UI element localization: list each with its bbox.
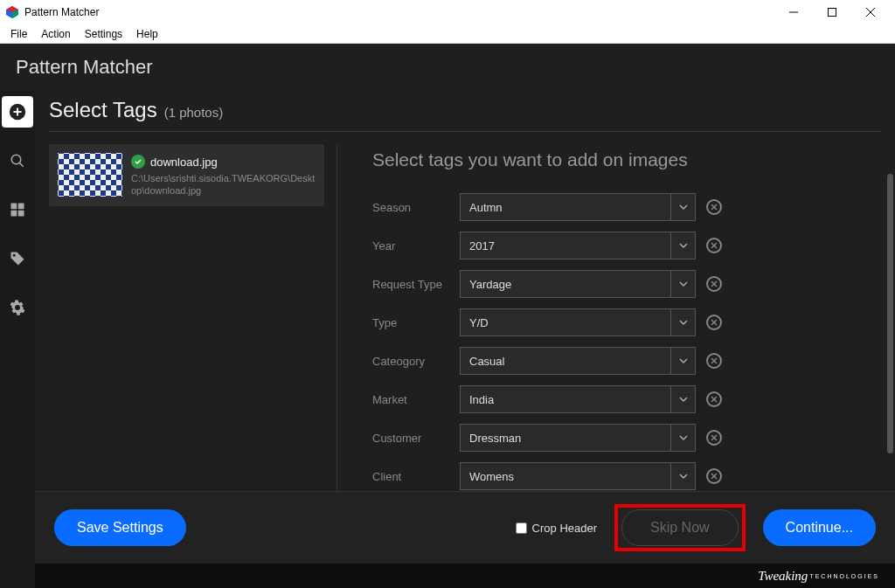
close-window-button[interactable] [851,0,890,24]
crop-header-input[interactable] [516,522,527,534]
chevron-down-icon[interactable] [671,347,696,375]
field-label: Market [372,393,460,406]
chevron-down-icon[interactable] [671,385,696,413]
app-title: Pattern Matcher [16,56,879,79]
field-label: Client [372,470,460,483]
file-path: C:\Users\srishti.sisodia.TWEAKORG\Deskto… [131,172,316,197]
menu-action[interactable]: Action [34,26,77,42]
highlight-box: Skip Now [614,504,746,551]
select-market[interactable]: India [460,385,671,413]
brand-name: Tweaking [758,569,808,584]
gear-icon [10,300,25,315]
svg-point-16 [13,254,16,257]
field-label: Year [372,239,460,252]
clear-icon[interactable] [706,391,722,407]
svg-rect-15 [18,211,24,217]
brand-sub: TECHNOLOGIES [809,573,879,579]
footer-bar: Save Settings Crop Header Skip Now Conti… [35,491,895,564]
sidebar-search-button[interactable] [2,145,33,176]
select-year[interactable]: 2017 [460,232,671,259]
form-row: MarketIndia [372,385,860,413]
minimize-button[interactable] [774,0,813,24]
brand-bar: Tweaking TECHNOLOGIES [35,564,895,588]
sidebar-settings-button[interactable] [2,292,33,323]
form-row: SeasonAutmn [372,193,860,221]
form-row: ClientWomens [372,462,860,490]
crop-header-label: Crop Header [532,522,597,535]
clear-icon[interactable] [706,353,722,369]
chevron-down-icon[interactable] [671,424,696,452]
file-name: download.jpg [150,156,218,169]
form-row: CateogoryCasual [372,347,860,375]
form-row: CustomerDressman [372,424,860,452]
form-row: Request TypeYardage [372,270,860,298]
form-row: Year2017 [372,232,860,259]
tag-icon [10,251,25,266]
file-item[interactable]: download.jpg C:\Users\srishti.sisodia.TW… [49,144,324,206]
clear-icon[interactable] [706,315,722,330]
file-thumbnail [58,153,122,197]
select-cateogory[interactable]: Casual [460,347,671,375]
sidebar-tag-button[interactable] [2,243,33,274]
skip-now-button[interactable]: Skip Now [621,509,739,546]
select-request type[interactable]: Yardage [460,270,671,298]
field-label: Request Type [372,278,460,291]
check-circle-icon [131,155,145,169]
file-list: download.jpg C:\Users\srishti.sisodia.TW… [49,144,337,491]
chevron-down-icon[interactable] [671,462,696,490]
select-type[interactable]: Y/D [460,308,671,336]
select-client[interactable]: Womens [460,462,671,490]
page-title: Select Tags [49,98,157,122]
field-label: Cateogory [372,355,460,368]
svg-rect-13 [18,204,24,210]
scrollbar-thumb[interactable] [887,174,893,453]
clear-icon[interactable] [706,238,722,253]
app-header: Pattern Matcher [0,44,895,91]
form-row: TypeY/D [372,308,860,336]
sidebar-grid-button[interactable] [2,194,33,225]
plus-circle-icon [8,102,27,121]
tag-form: Select tags you want to add on images Se… [337,144,886,491]
menu-settings[interactable]: Settings [78,26,129,42]
sidebar [0,91,35,588]
select-season[interactable]: Autmn [460,193,671,221]
grid-icon [10,202,25,218]
svg-rect-4 [829,9,836,17]
clear-icon[interactable] [706,276,722,292]
menu-help[interactable]: Help [129,26,165,42]
field-label: Season [372,201,460,214]
clear-icon[interactable] [706,199,722,215]
svg-point-10 [11,155,21,164]
photo-count: (1 photos) [164,105,224,120]
chevron-down-icon[interactable] [671,308,696,336]
clear-icon[interactable] [706,468,722,484]
window-title: Pattern Matcher [24,6,774,18]
continue-button[interactable]: Continue... [763,509,876,546]
crop-header-checkbox[interactable]: Crop Header [516,522,597,535]
menubar: File Action Settings Help [0,24,895,44]
svg-rect-14 [11,211,17,217]
scrollbar[interactable] [886,132,895,491]
search-icon [10,153,25,169]
field-label: Customer [372,432,460,445]
svg-line-11 [19,163,24,167]
select-customer[interactable]: Dressman [460,424,671,452]
app-icon [5,5,19,19]
maximize-button[interactable] [813,0,851,24]
chevron-down-icon[interactable] [671,270,696,298]
titlebar: Pattern Matcher [0,0,895,24]
menu-file[interactable]: File [3,26,34,42]
chevron-down-icon[interactable] [671,193,696,221]
form-heading: Select tags you want to add on images [372,149,860,170]
svg-rect-12 [11,204,17,210]
save-settings-button[interactable]: Save Settings [54,509,186,546]
clear-icon[interactable] [706,430,722,446]
chevron-down-icon[interactable] [671,232,696,259]
field-label: Type [372,316,460,329]
sidebar-add-button[interactable] [2,96,33,128]
